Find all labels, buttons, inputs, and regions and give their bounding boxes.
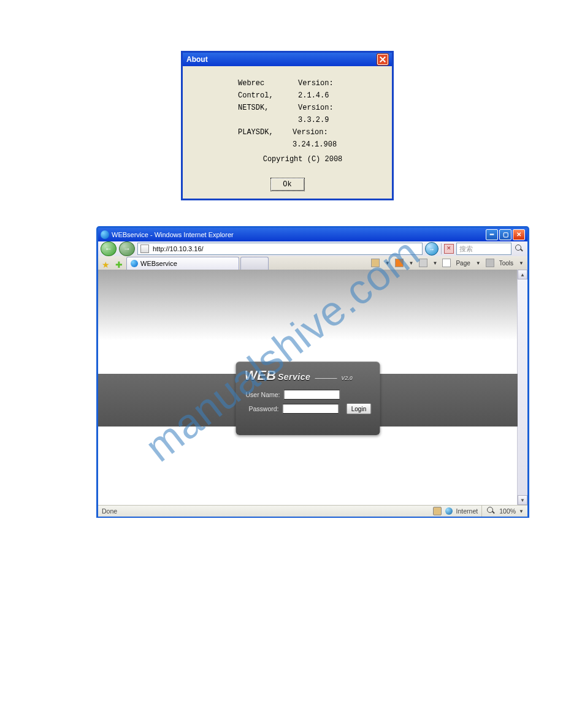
home-icon[interactable] [371,259,380,267]
browser-window: WEBservice - Windows Internet Explorer ━… [97,227,529,517]
command-bar: ▼ ▼ ▼ Page▼ Tools▼ [371,256,526,270]
about-value: Version: 3.24.1.908 [293,126,367,151]
add-favorite-icon[interactable]: ✚ [114,260,124,270]
password-label: Password: [245,405,279,412]
scrollbar[interactable]: ▲ ▼ [517,270,527,505]
search-icon[interactable] [514,243,525,254]
login-title-big: WEB [245,368,276,383]
tab-label: WEBservice [140,260,177,267]
about-titlebar: About [183,53,392,66]
ok-button[interactable]: Ok [270,178,305,191]
print-icon[interactable] [419,259,427,267]
page-menu-icon [442,259,451,267]
stop-button[interactable]: ✕ [444,244,454,254]
login-title: WEB Service V2.0 [245,368,372,384]
login-version: V2.0 [341,375,353,381]
zone-label: Internet [456,507,478,515]
zone-icon [433,507,442,515]
maximize-button[interactable]: ▢ [499,229,511,240]
scroll-up-button[interactable]: ▲ [518,270,527,279]
internet-icon [445,507,453,515]
address-bar[interactable] [137,243,423,255]
chevron-down-icon[interactable]: ▼ [519,260,524,266]
zoom-level: 100% [499,507,516,515]
login-title-mid: Service [278,372,310,382]
about-key: NETSDK, [238,102,298,126]
login-panel: WEB Service V2.0 User Name: Password: Lo… [236,362,380,435]
back-button[interactable]: ← [101,241,117,256]
browser-title-text: WEBservice - Windows Internet Explorer [112,228,234,241]
about-row: PLAYSDK, Version: 3.24.1.908 [238,126,367,151]
search-box[interactable]: 搜索 [456,243,511,255]
close-button[interactable]: ✕ [513,229,525,240]
tab-webservice[interactable]: WEBservice [126,257,239,270]
about-key: Webrec Control, [238,77,298,102]
about-row: NETSDK, Version: 3.3.2.9 [238,102,367,126]
browser-titlebar: WEBservice - Windows Internet Explorer ━… [98,228,527,241]
close-icon[interactable] [377,54,388,65]
about-row: Webrec Control, Version: 2.1.4.6 [238,77,367,102]
chevron-down-icon[interactable]: ▼ [519,509,524,514]
password-input[interactable] [282,404,339,414]
tools-menu[interactable]: Tools [499,260,513,267]
about-copyright: Copyright (C) 2008 [238,153,367,165]
divider [315,378,337,379]
chevron-down-icon[interactable]: ▼ [409,260,414,266]
zoom-icon [486,506,497,517]
rss-icon[interactable] [395,259,404,267]
minimize-button[interactable]: ━ [486,229,498,240]
about-body: Webrec Control, Version: 2.1.4.6 NETSDK,… [183,66,392,174]
about-title-text: About [186,53,208,66]
page-viewport: ▲ ▼ WEB Service V2.0 User Name: Password… [98,270,527,505]
go-button[interactable]: → [425,242,439,256]
page-menu[interactable]: Page [456,260,470,267]
tools-menu-icon [486,259,494,267]
chevron-down-icon[interactable]: ▼ [433,260,438,266]
about-ok-wrap: Ok [183,174,392,199]
about-key: PLAYSDK, [238,126,293,151]
status-bar: Done Internet 100% ▼ [98,505,527,517]
chevron-down-icon[interactable]: ▼ [476,260,481,266]
forward-button[interactable]: → [119,241,135,256]
ie-icon [101,230,109,239]
username-label: User Name: [245,391,280,398]
password-row: Password: Login [245,403,372,414]
new-tab-button[interactable] [240,257,269,270]
zoom-box[interactable]: 100% ▼ [481,506,524,517]
login-button[interactable]: Login [346,403,371,414]
address-bar-row: ← → → ✕ 搜索 [98,241,527,256]
scroll-down-button[interactable]: ▼ [518,495,527,505]
address-right: ✕ 搜索 [441,243,525,255]
favorites-icon[interactable]: ★ [101,260,110,270]
ie-icon [131,260,138,267]
status-text: Done [102,507,117,515]
chevron-down-icon[interactable]: ▼ [385,260,390,266]
about-dialog: About Webrec Control, Version: 2.1.4.6 N… [182,51,393,200]
page-icon [140,245,149,253]
about-value: Version: 2.1.4.6 [298,77,367,102]
tabs-row: ★ ✚ WEBservice ▼ ▼ ▼ Page▼ Tools▼ [98,256,527,270]
url-input[interactable] [151,245,419,253]
username-row: User Name: [245,390,372,400]
about-value: Version: 3.3.2.9 [298,102,367,126]
username-input[interactable] [284,390,340,400]
